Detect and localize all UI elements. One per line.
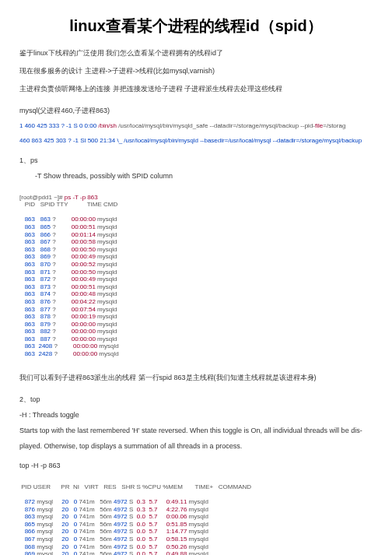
ps-row: 863 877 ? 00:07:54 mysqld [19,306,373,314]
ps-row: 863 874 ? 00:00:48 mysqld [19,290,373,298]
ps-explanation: 我们可以看到子进程863派生出的线程 第一行spid 863是主线程(我们知道主… [19,373,373,383]
top-cmd-label: top -H -p 863 [19,462,373,469]
ps-row: 863 866 ? 00:01:14 mysqld [19,231,373,239]
ps-row: 863 867 ? 00:00:58 mysqld [19,238,373,246]
ps-section-label: 1、ps [19,156,373,166]
ps-row: 863 878 ? 00:00:19 mysqld [19,313,373,321]
ps-row: 863 2428 ? 00:00:00 mysqld [19,350,373,358]
ps-row: 863 868 ? 00:00:50 mysqld [19,246,373,254]
ps-row: 863 871 ? 00:00:50 mysqld [19,269,373,276]
top-section-label: 2、top [19,395,373,405]
ps-row: 863 882 ? 00:00:00 mysqld [19,328,373,335]
top-desc-2: played. Otherwise, top displays a summat… [19,442,373,450]
ps-row: 863 865 ? 00:00:51 mysqld [19,223,373,231]
process-tree-line-2: 460 863 425 303 ? -1 Sl 500 21:34 \_ /us… [19,137,373,144]
ps-row: 863 887 ? 00:00:00 mysqld [19,335,373,343]
top-row: 876 mysql 20 0 741m 56m 4972 S 0.3 5.7 4… [19,506,373,514]
top-row: 868 mysql 20 0 741m 56m 4972 S 0.0 5.7 0… [19,543,373,551]
top-row: 872 mysql 20 0 741m 56m 4972 S 0.3 5.7 0… [19,498,373,506]
ps-flag-desc: -T Show threads, possibly with SPID colu… [35,172,373,180]
ps-row: 863 879 ? 00:00:00 mysqld [19,321,373,328]
ps-row: 863 2408 ? 00:00:00 mysqld [19,342,373,350]
top-row: 869 mysql 20 0 741m 56m 4972 S 0.0 5.7 0… [19,550,373,555]
ps-row: 863 873 ? 00:00:51 mysqld [19,283,373,291]
top-h-flag: -H : Threads toggle [19,411,373,419]
ps-row: 863 863 ? 00:00:00 mysqld [19,216,373,223]
top-row: 863 mysql 20 0 741m 56m 4972 S 0.0 5.7 0… [19,513,373,521]
ps-row: 863 872 ? 00:00:49 mysqld [19,276,373,283]
intro-para-3: 主进程负责侦听网络上的连接 并把连接发送给子进程 子进程派生线程去处理这些线程 [19,84,373,94]
top-row: 865 mysql 20 0 741m 56m 4972 S 0.0 5.7 0… [19,521,373,529]
top-row: 866 mysql 20 0 741m 56m 4972 S 0.0 5.7 1… [19,528,373,536]
ps-row: 863 869 ? 00:00:49 mysqld [19,253,373,261]
ps-row: 863 876 ? 00:04:22 mysqld [19,298,373,306]
intro-para-2: 现在很多服务的设计 主进程->子进程->线程(比如mysql,varnish) [19,66,373,76]
top-row: 867 mysql 20 0 741m 56m 4972 S 0.0 5.7 0… [19,536,373,543]
intro-para-1: 鉴于linux下线程的广泛使用 我们怎么查看某个进程拥有的线程id了 [19,48,373,58]
page-title: linux查看某个进程的线程id（spid） [19,16,373,37]
top-desc-1: Starts top with the last remembered 'H' … [19,427,373,434]
ps-row: 863 870 ? 00:00:52 mysqld [19,261,373,269]
ps-output-block: [root@pdd1 ~]# ps -T -p 863 PID SPID TTY… [19,186,373,365]
mysql-section-label: mysql(父进程460,子进程863) [19,106,373,116]
process-tree-line-1: 1 460 425 333 ? -1 S 0 0:00 /bin/sh /usr… [19,122,373,129]
top-output-block: PID USER PR NI VIRT RES SHR S %CPU %MEM … [19,476,373,555]
